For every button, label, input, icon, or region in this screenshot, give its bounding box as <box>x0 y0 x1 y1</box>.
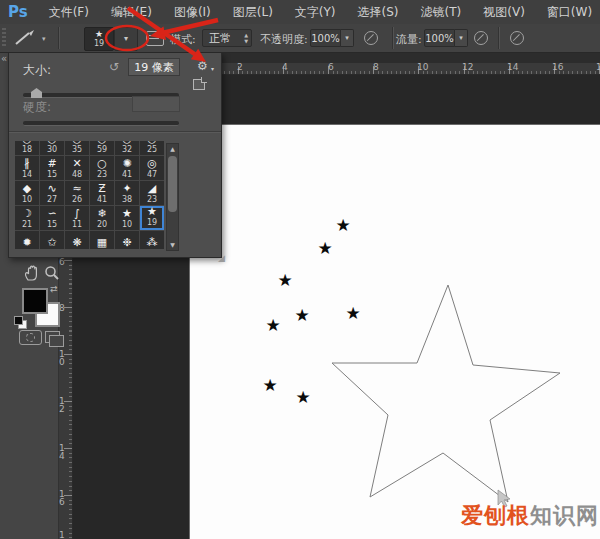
pressure-size-icon[interactable] <box>510 31 524 45</box>
blend-mode-select[interactable]: 正常 ▲▼ <box>202 29 252 47</box>
brush-size-label: 19 <box>147 218 157 228</box>
menu-item[interactable]: 编辑(E) <box>100 0 163 24</box>
brush-preset-cell[interactable]: ▦ <box>90 231 114 249</box>
brush-preset-cell[interactable]: ❄ 20 <box>90 206 114 230</box>
mode-label: 模式: <box>170 32 196 47</box>
brush-preset-cell[interactable]: ☽ 21 <box>15 206 39 230</box>
new-preset-icon[interactable] <box>193 79 205 90</box>
blend-mode-value: 正常 <box>209 32 231 45</box>
menu-item[interactable]: 文字(Y) <box>284 0 347 24</box>
gear-icon[interactable]: ⚙ <box>197 59 208 73</box>
reset-size-icon[interactable]: ↺ <box>109 60 119 74</box>
menu-item[interactable]: 窗口(W) <box>536 0 600 24</box>
photoshop-logo: Ps <box>8 3 28 21</box>
default-colors-icon[interactable] <box>14 316 26 328</box>
brush-preset-cell[interactable]: ◡ 30 <box>40 141 64 155</box>
brush-preset-cell[interactable]: ⁂ <box>140 231 164 249</box>
brush-tip-icon: # <box>47 156 56 170</box>
brush-preset-cell[interactable]: ∿ 27 <box>40 181 64 205</box>
menu-item[interactable]: 图像(I) <box>163 0 222 24</box>
brush-preset-cell[interactable]: ❋ <box>65 231 89 249</box>
brush-size-label: 20 <box>97 220 107 230</box>
brush-preset-cell[interactable]: ◡ 35 <box>65 141 89 155</box>
menu-item[interactable]: 滤镜(T) <box>410 0 473 24</box>
brush-preset-cell[interactable]: # 15 <box>40 156 64 180</box>
menu-item[interactable]: 文件(F) <box>38 0 100 24</box>
brush-size-label: 11 <box>72 220 82 230</box>
brush-preset-cell[interactable]: ◡ 32 <box>115 141 139 155</box>
size-slider-thumb[interactable] <box>31 88 42 98</box>
menu-item[interactable]: 选择(S) <box>347 0 410 24</box>
airbrush-icon[interactable] <box>474 31 488 45</box>
watermark-part1: 爱刨根 <box>461 503 530 528</box>
panel-divider <box>9 131 221 133</box>
tool-preset-caret-icon[interactable]: ▾ <box>42 35 46 43</box>
toggle-brush-panel-button[interactable] <box>146 31 164 46</box>
flow-value[interactable]: 100% <box>424 29 455 47</box>
brush-preset-cell[interactable]: ◡ 59 <box>90 141 114 155</box>
hardness-label: 硬度: <box>23 99 51 116</box>
brush-preset-cell[interactable]: ∦ 14 <box>15 156 39 180</box>
brush-preset-cell[interactable]: ○ 23 <box>90 156 114 180</box>
opacity-caret-icon[interactable]: ▾ <box>341 29 354 47</box>
scroll-up-icon[interactable]: ▲ <box>167 144 178 154</box>
panel-resize-grip[interactable]: ◢ <box>218 253 225 263</box>
pressure-opacity-icon[interactable] <box>364 31 378 45</box>
brush-preset-cell[interactable]: ◡ 18 <box>15 141 39 155</box>
flow-caret-icon[interactable]: ▾ <box>455 29 468 47</box>
brush-preset-cell[interactable]: ✺ 41 <box>115 156 139 180</box>
brush-preset-cell[interactable]: ∽ 15 <box>40 206 64 230</box>
brush-size-label: 48 <box>72 170 82 180</box>
swap-colors-icon[interactable]: ⇄ <box>50 284 58 294</box>
zoom-tool-icon[interactable] <box>43 264 61 282</box>
brush-preset-cell[interactable]: ✕ 48 <box>65 156 89 180</box>
brush-tip-icon: ❋ <box>72 231 81 249</box>
quick-mask-button[interactable] <box>19 330 42 345</box>
hand-tool-icon[interactable] <box>23 264 41 282</box>
brush-tool-icon[interactable] <box>12 29 38 47</box>
divider <box>58 27 60 49</box>
size-input[interactable]: 19 像素 <box>128 58 180 76</box>
flow-label: 流量: <box>396 32 422 47</box>
screen-mode-button[interactable] <box>45 331 60 343</box>
brush-tip-icon: ∽ <box>47 206 56 220</box>
brush-size-label: 21 <box>22 220 32 230</box>
opacity-value[interactable]: 100% <box>310 29 341 47</box>
brush-preset-cell[interactable]: ◡ 25 <box>140 141 164 155</box>
brush-tip-icon: ◎ <box>147 156 157 170</box>
menu-item[interactable]: 视图(V) <box>472 0 536 24</box>
brush-size-label: 10 <box>122 220 132 230</box>
brush-preset-cell[interactable]: ◢ 23 <box>140 181 164 205</box>
brush-size-label: 38 <box>122 195 132 205</box>
brush-preset-cell[interactable]: ≈ 26 <box>65 181 89 205</box>
brush-preset-cell[interactable]: Ƶ 41 <box>90 181 114 205</box>
brush-preset-cell[interactable]: ★ 10 <box>115 206 139 230</box>
brush-preset-cell[interactable]: ∫ 11 <box>65 206 89 230</box>
brush-tip-icon: ◆ <box>23 181 31 195</box>
brush-size-label: 30 <box>47 145 57 155</box>
options-grip <box>2 28 6 48</box>
canvas[interactable] <box>189 124 600 539</box>
brush-preset-cell[interactable]: ◆ 10 <box>15 181 39 205</box>
spinner-icon: ▲▼ <box>244 32 248 44</box>
foreground-color-swatch[interactable] <box>22 288 48 314</box>
scrollbar-thumb[interactable] <box>168 156 177 212</box>
brush-picker-dropdown-button[interactable]: ▾ <box>114 27 138 51</box>
brush-preset-cell[interactable]: ✹ <box>15 231 39 249</box>
brush-grid-scrollbar[interactable]: ▲ ▼ <box>166 143 179 251</box>
brush-preset-cell[interactable]: ★ 19 <box>140 206 164 230</box>
brush-preset-cell[interactable]: ◎ 47 <box>140 156 164 180</box>
gear-caret-icon[interactable]: ▾ <box>211 65 214 72</box>
collapse-panel-icon[interactable]: « <box>1 53 7 64</box>
brush-size-label: 18 <box>22 145 32 155</box>
brush-preset-cell[interactable]: ✦ 38 <box>115 181 139 205</box>
brush-tip-icon: ∦ <box>24 156 30 170</box>
menu-item[interactable]: 图层(L) <box>222 0 284 24</box>
brush-preset-preview[interactable]: ★ 19 <box>84 27 114 51</box>
brush-size-label: 23 <box>147 195 157 205</box>
brush-preset-cell[interactable]: ✩ <box>40 231 64 249</box>
tool-options-bar: ▾ ★ 19 ▾ 模式: 正常 ▲▼ 不透明度: 100% ▾ 流量: 100%… <box>0 24 600 53</box>
brush-size-label: 41 <box>122 170 132 180</box>
brush-preset-cell[interactable]: ❉ <box>115 231 139 249</box>
scroll-down-icon[interactable]: ▼ <box>167 240 178 250</box>
